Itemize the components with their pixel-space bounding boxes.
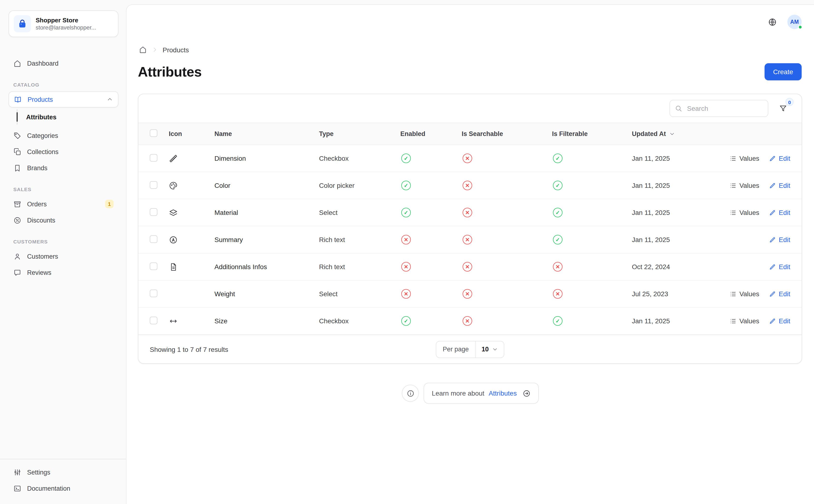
- sidebar-item-dashboard[interactable]: Dashboard: [9, 55, 118, 71]
- home-icon: [13, 59, 21, 67]
- store-email: store@laravelshopper...: [36, 24, 96, 31]
- products-subnav: Attributes: [17, 109, 118, 125]
- row-checkbox[interactable]: [150, 181, 157, 189]
- select-all-checkbox[interactable]: [150, 129, 157, 137]
- sidebar-item-attributes[interactable]: Attributes: [18, 109, 118, 125]
- table-footer: Showing 1 to 7 of 7 results Per page 10: [138, 335, 802, 363]
- attribute-name: Weight: [214, 290, 319, 298]
- row-checkbox[interactable]: [150, 262, 157, 270]
- arrows-horizontal-icon: [169, 316, 214, 325]
- values-link[interactable]: Values: [729, 290, 759, 298]
- globe-icon[interactable]: [765, 14, 780, 29]
- edit-link[interactable]: Edit: [769, 182, 790, 189]
- updated-at: Jul 25, 2023: [632, 290, 717, 298]
- per-page-value[interactable]: 10: [476, 341, 504, 357]
- sidebar-item-label: Dashboard: [27, 60, 58, 67]
- sidebar-item-customers[interactable]: Customers: [9, 248, 118, 264]
- sidebar-item-reviews[interactable]: Reviews: [9, 264, 118, 281]
- sidebar-item-settings[interactable]: Settings: [9, 464, 118, 480]
- user-icon: [13, 252, 21, 260]
- sidebar-item-brands[interactable]: Brands: [9, 160, 118, 176]
- searchable-status-icon: ✕: [463, 289, 472, 299]
- sidebar-item-label: Collections: [27, 148, 58, 155]
- filterable-status-icon: ✓: [553, 154, 562, 163]
- values-link[interactable]: Values: [729, 317, 759, 325]
- searchable-status-icon: ✕: [463, 235, 472, 244]
- search-icon: [675, 105, 682, 112]
- updated-at: Jan 11, 2025: [632, 236, 717, 243]
- table-row: Color Color picker ✓ ✕ ✓ Jan 11, 2025 Va…: [138, 172, 802, 199]
- enabled-status-icon: ✓: [401, 208, 411, 217]
- per-page-label: Per page: [436, 341, 476, 357]
- updated-at: Oct 22, 2024: [632, 263, 717, 271]
- sidebar-item-orders[interactable]: Orders 1: [9, 196, 118, 212]
- row-checkbox[interactable]: [150, 154, 157, 161]
- column-header-name: Name: [214, 130, 319, 137]
- edit-link[interactable]: Edit: [769, 317, 790, 325]
- sidebar-item-label: Settings: [27, 469, 50, 476]
- breadcrumb-home-icon[interactable]: [139, 46, 147, 54]
- sidebar-item-label: Categories: [27, 132, 58, 139]
- edit-link[interactable]: Edit: [769, 263, 790, 271]
- learn-more-row: Learn more about Attributes: [126, 383, 814, 404]
- user-avatar[interactable]: AM: [787, 15, 802, 29]
- row-checkbox[interactable]: [150, 316, 157, 324]
- edit-link[interactable]: Edit: [769, 290, 790, 298]
- updated-at: Jan 11, 2025: [632, 209, 717, 216]
- sidebar-item-collections[interactable]: Collections: [9, 144, 118, 160]
- sidebar-item-discounts[interactable]: Discounts: [9, 212, 118, 228]
- online-status-dot: [798, 25, 803, 29]
- sidebar-item-label: Discounts: [27, 217, 55, 224]
- learn-more-link[interactable]: Attributes: [489, 389, 517, 397]
- store-name: Shopper Store: [36, 16, 96, 24]
- filterable-status-icon: ✓: [553, 235, 562, 244]
- row-checkbox[interactable]: [150, 208, 157, 216]
- attribute-name: Material: [214, 209, 319, 216]
- sidebar-item-label: Orders: [27, 200, 47, 208]
- attribute-type: Rich text: [319, 236, 400, 243]
- create-button[interactable]: Create: [765, 63, 802, 80]
- edit-link[interactable]: Edit: [769, 155, 790, 162]
- sidebar-item-label: Brands: [27, 164, 48, 171]
- sidebar-item-documentation[interactable]: Documentation: [9, 480, 118, 496]
- search-box: [669, 100, 768, 117]
- column-header-updated-at[interactable]: Updated At: [632, 130, 717, 137]
- arrow-right-circle-icon[interactable]: [523, 389, 531, 397]
- values-link[interactable]: Values: [729, 209, 759, 216]
- store-switcher[interactable]: Shopper Store store@laravelshopper...: [9, 10, 118, 37]
- filter-button[interactable]: 0: [776, 101, 790, 116]
- edit-link[interactable]: Edit: [769, 236, 790, 243]
- values-link[interactable]: Values: [729, 155, 759, 162]
- attribute-type: Select: [319, 209, 400, 216]
- ruler-icon: [169, 154, 214, 163]
- per-page-select[interactable]: Per page 10: [436, 341, 504, 358]
- sidebar-item-products[interactable]: Products: [9, 91, 118, 107]
- filterable-status-icon: ✕: [553, 262, 562, 271]
- breadcrumb: Products: [126, 46, 814, 54]
- values-link[interactable]: Values: [729, 182, 759, 189]
- sidebar: Shopper Store store@laravelshopper... Da…: [0, 0, 126, 504]
- page-title: Attributes: [138, 64, 202, 80]
- title-row: Attributes Create: [126, 63, 814, 80]
- attribute-type: Checkbox: [319, 155, 400, 162]
- results-summary: Showing 1 to 7 of 7 results: [150, 345, 228, 353]
- learn-more-pill: Learn more about Attributes: [424, 383, 538, 404]
- filter-count-badge: 0: [785, 98, 794, 106]
- attributes-table-card: 0 Icon Name Type Enabled Is Searchable I…: [138, 94, 802, 364]
- sidebar-item-categories[interactable]: Categories: [9, 127, 118, 144]
- attribute-name: Summary: [214, 236, 319, 243]
- edit-link[interactable]: Edit: [769, 209, 790, 216]
- enabled-status-icon: ✕: [401, 235, 411, 244]
- row-checkbox[interactable]: [150, 289, 157, 297]
- enabled-status-icon: ✕: [401, 289, 411, 299]
- attribute-type: Checkbox: [319, 317, 400, 325]
- searchable-status-icon: ✕: [463, 154, 472, 163]
- table-row: Additionnals Infos Rich text ✕ ✕ ✕ Oct 2…: [138, 253, 802, 281]
- search-input[interactable]: [686, 104, 763, 113]
- orders-count-badge: 1: [105, 200, 114, 208]
- learn-more-text: Learn more about: [432, 389, 484, 397]
- searchable-status-icon: ✕: [463, 181, 472, 190]
- avatar-initials: AM: [790, 19, 799, 25]
- row-checkbox[interactable]: [150, 235, 157, 243]
- table-row: Dimension Checkbox ✓ ✕ ✓ Jan 11, 2025 Va…: [138, 145, 802, 172]
